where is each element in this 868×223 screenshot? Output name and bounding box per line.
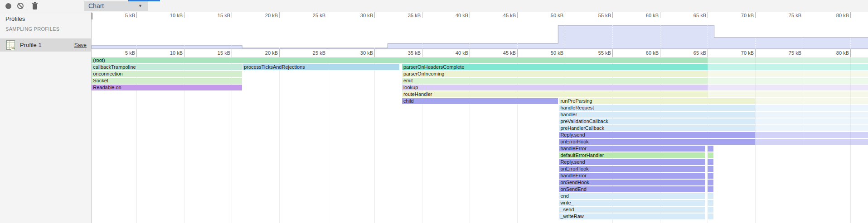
overview-ruler-tick	[232, 12, 232, 18]
overview-ruler-tick	[279, 12, 280, 18]
flame-bar-_send[interactable]: _send	[559, 207, 705, 213]
overview-ruler-label: 20 kB	[250, 13, 278, 18]
flame-bar-segment[interactable]	[708, 166, 713, 172]
flame-chart-pane: 5 kB5 kB10 kB10 kB15 kB15 kB20 kB20 kB25…	[92, 12, 868, 223]
overview-ruler-tick	[755, 12, 756, 18]
flame-bar-onSendHook[interactable]: onSendHook	[559, 180, 705, 185]
view-mode-select[interactable]: Chart ▼	[84, 1, 148, 11]
overview-gridline	[660, 18, 660, 49]
flame-bar-parserOnIncoming[interactable]: parserOnIncoming	[402, 71, 708, 77]
flame-ruler-tick	[612, 49, 613, 57]
flame-bar-preHandlerCallback[interactable]: preHandlerCallback	[559, 125, 755, 131]
overview-gridline	[517, 18, 518, 49]
flame-bar-segment[interactable]	[708, 193, 713, 199]
flame-bar-segment[interactable]	[708, 200, 713, 206]
flame-bar-emit-faded[interactable]	[708, 78, 868, 84]
overview-gridline	[279, 18, 280, 49]
flame-bar-preValidationCallback[interactable]: preValidationCallback	[559, 119, 755, 124]
flame-bar-parserOnIncoming-faded[interactable]	[708, 71, 868, 77]
flame-bar-onErrorHook[interactable]: onErrorHook	[559, 139, 755, 145]
profiler-app: Chart ▼ Profiles SAMPLING PROFILES % Pro…	[0, 0, 868, 223]
flame-ruler-tick	[517, 49, 518, 57]
flame-bar-onErrorHook[interactable]: onErrorHook	[559, 166, 705, 172]
overview-gridline	[612, 18, 613, 49]
flame-bar-preValidationCallback-faded[interactable]	[755, 119, 868, 124]
flame-bar-end[interactable]: end	[559, 193, 705, 199]
flame-bar-handleError[interactable]: handleError	[559, 146, 705, 152]
flame-bar-handleError[interactable]: handleError	[559, 173, 705, 179]
flame-ruler-tick	[136, 49, 137, 57]
overview-ruler-tick	[565, 12, 565, 18]
flame-bar-segment[interactable]	[708, 152, 713, 158]
flame-bar-segment[interactable]	[708, 186, 713, 192]
flame-bar-onconnection[interactable]: onconnection	[92, 71, 242, 77]
flame-bar-runPreParsing[interactable]: runPreParsing	[559, 98, 755, 104]
flame-bar-handler[interactable]: handler	[559, 112, 755, 118]
sidebar-heading: Profiles	[5, 15, 25, 22]
overview-gridline	[850, 18, 851, 49]
record-icon	[5, 3, 11, 9]
flame-bar-parserOnHeadersComplete-faded[interactable]	[708, 64, 868, 70]
flame-bar-segment[interactable]	[708, 159, 713, 165]
flame-bar-_writeRaw[interactable]: _writeRaw	[559, 214, 705, 219]
flame-ruler-tick	[565, 49, 565, 57]
flame-bar-(root)-faded[interactable]	[708, 57, 868, 63]
overview-ruler-tick	[136, 12, 137, 18]
overview-ruler-label: 70 kB	[726, 13, 754, 18]
flame-bar-Socket[interactable]: Socket	[92, 78, 242, 84]
flame-bar-Readable.on[interactable]: Readable.on	[92, 85, 242, 90]
flame-bar-handleRequest-faded[interactable]	[755, 105, 868, 111]
overview-ruler-label: 45 kB	[488, 13, 516, 18]
flame-bar-segment[interactable]	[708, 207, 713, 213]
flame-bar-handleRequest[interactable]: handleRequest	[559, 105, 755, 111]
flame-ruler-label: 55 kB	[583, 50, 611, 56]
flame-ruler-label: 50 kB	[535, 50, 563, 56]
flame-bar-defaultErrorHandler[interactable]: defaultErrorHandler	[559, 152, 705, 158]
flame-bar-parserOnHeadersComplete[interactable]: parserOnHeadersComplete	[402, 64, 708, 70]
sidebar-item-profile-1[interactable]: % Profile 1 Save	[0, 38, 91, 52]
flame-bar-processTicksAndRejections[interactable]: processTicksAndRejections	[242, 64, 399, 70]
flame-bar-lookup-faded[interactable]	[708, 85, 868, 90]
save-profile-link[interactable]: Save	[74, 42, 87, 48]
overview-ruler-label: 25 kB	[297, 13, 325, 18]
record-button[interactable]	[2, 0, 14, 12]
flame-ruler-label: 60 kB	[630, 50, 659, 56]
overview-gridline	[374, 18, 375, 49]
overview-ruler-tick	[470, 12, 470, 18]
flame-bar-segment[interactable]	[708, 180, 713, 185]
toolbar: Chart ▼	[0, 0, 868, 12]
flame-ruler-tick	[660, 49, 660, 57]
flame-ruler-tick	[184, 49, 184, 57]
flame-bar-callbackTrampoline[interactable]: callbackTrampoline	[92, 64, 242, 70]
flame-bar-onSendEnd[interactable]: onSendEnd	[559, 186, 705, 192]
overview-ruler-tick	[517, 12, 518, 18]
profile-name: Profile 1	[20, 42, 42, 48]
flame-bar-emit[interactable]: emit	[402, 78, 708, 84]
delete-profile-button[interactable]	[29, 0, 41, 12]
flame-bar-segment[interactable]	[708, 146, 713, 152]
flame-bar-onErrorHook-faded[interactable]	[755, 139, 868, 145]
overview-gridline	[184, 18, 184, 49]
flame-ruler-tick	[803, 49, 803, 57]
flame-bar-segment[interactable]	[708, 173, 713, 179]
overview-ruler-tick	[612, 12, 613, 18]
overview-ruler-label: 65 kB	[678, 13, 706, 18]
flame-bar-Reply.send[interactable]: Reply.send	[559, 132, 755, 138]
flame-bar-(root)[interactable]: (root)	[92, 57, 708, 63]
overview-area-chart[interactable]	[92, 18, 868, 49]
overview-ruler-tick	[660, 12, 660, 18]
flame-bar-preHandlerCallback-faded[interactable]	[755, 125, 868, 131]
flame-bar-write_[interactable]: write_	[559, 200, 705, 206]
flame-bar-handler-faded[interactable]	[755, 112, 868, 118]
clear-button[interactable]	[15, 0, 26, 12]
flame-bar-segment[interactable]	[708, 214, 713, 219]
flame-bar-Reply.send-faded[interactable]	[755, 132, 868, 138]
flame-bar-routeHandler-faded[interactable]	[708, 91, 868, 97]
flame-bar-child[interactable]: child	[402, 98, 558, 104]
flame-ruler-label: 65 kB	[678, 50, 706, 56]
flame-bar-routeHandler[interactable]: routeHandler	[402, 91, 708, 97]
flame-bar-lookup[interactable]: lookup	[402, 85, 708, 90]
overview-ruler-tick	[422, 12, 422, 18]
flame-bar-Reply.send[interactable]: Reply.send	[559, 159, 705, 165]
flame-bar-runPreParsing-faded[interactable]	[755, 98, 868, 104]
